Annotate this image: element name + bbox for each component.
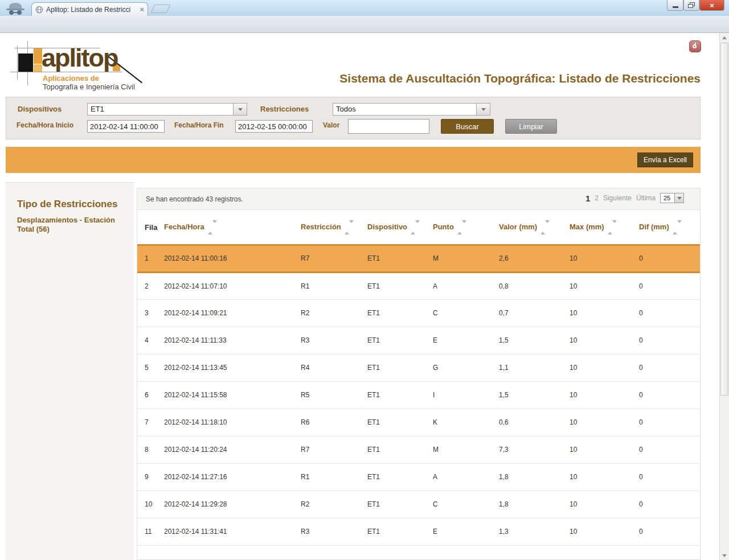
table-cell: ET1 — [363, 354, 429, 381]
incognito-icon — [5, 2, 26, 15]
results-table: Fila Fecha/Hora Restricción Dispositivo … — [137, 211, 700, 546]
table-cell: A — [429, 463, 495, 491]
tab-close-icon[interactable]: × — [140, 6, 144, 13]
table-row[interactable]: 22012-02-14 11:07:10R1ET1A0,8100 — [137, 272, 700, 299]
arrow-up-icon — [722, 36, 727, 39]
table-cell: 2012-02-14 11:31:41 — [160, 518, 297, 545]
table-cell: 10 — [566, 245, 635, 272]
sort-icon — [411, 223, 420, 232]
tab-favicon-globe-icon — [35, 6, 43, 14]
column-header-dif[interactable]: Dif (mm) — [635, 211, 700, 245]
pagination: 1 2 Siguiente Última 25 — [585, 193, 684, 203]
table-cell: 10 — [566, 381, 635, 409]
sidebar-heading: Tipo de Restricciones — [17, 199, 117, 210]
table-cell: 10 — [566, 354, 635, 381]
table-row[interactable]: 112012-02-14 11:31:41R3ET1E1,3100 — [137, 518, 700, 545]
table-cell: ET1 — [363, 463, 429, 491]
logo-tagline-2: Topografía e Ingeniería Civil — [43, 83, 135, 91]
dispositivos-select-arrow[interactable] — [234, 103, 247, 116]
logout-power-button[interactable] — [689, 40, 701, 52]
table-cell: 1,3 — [495, 518, 566, 545]
window-close-button[interactable]: × — [699, 0, 724, 11]
new-tab-button[interactable] — [151, 5, 171, 13]
pagination-next-link[interactable]: Siguiente — [603, 194, 632, 202]
table-cell: 2012-02-14 11:18:10 — [160, 409, 297, 436]
table-row[interactable]: 52012-02-14 11:13:45R4ET1G1,1100 — [137, 354, 700, 381]
table-cell: 8 — [137, 436, 160, 463]
table-cell: 2,6 — [495, 245, 566, 272]
table-row[interactable]: 62012-02-14 11:15:58R5ET1I1,5100 — [137, 381, 700, 409]
table-cell: R6 — [297, 409, 363, 436]
aplitop-logo[interactable]: aplitop Aplicaciones de Topografía e Ing… — [10, 41, 136, 94]
column-header-dispositivo[interactable]: Dispositivo — [363, 211, 429, 245]
column-header-valor[interactable]: Valor (mm) — [495, 211, 566, 245]
table-cell: 0 — [635, 272, 700, 299]
table-cell: M — [429, 245, 495, 272]
table-cell: 0,6 — [495, 409, 566, 436]
table-cell: 10 — [566, 518, 635, 545]
scroll-down-arrow[interactable] — [720, 551, 729, 560]
column-header-punto[interactable]: Punto — [429, 211, 495, 245]
table-row[interactable]: 92012-02-14 11:27:16R1ET1A1,8100 — [137, 463, 700, 491]
table-row[interactable]: 42012-02-14 11:11:33R3ET1E1,5100 — [137, 327, 700, 354]
sort-icon — [540, 223, 550, 232]
fecha-fin-input[interactable] — [235, 120, 313, 133]
table-row[interactable]: 72012-02-14 11:18:10R6ET1K0,6100 — [137, 409, 700, 436]
fecha-inicio-input[interactable] — [87, 120, 165, 133]
table-cell: ET1 — [363, 436, 429, 463]
table-cell: R1 — [297, 463, 363, 491]
buscar-button[interactable]: Buscar — [441, 119, 494, 134]
table-cell: I — [429, 381, 495, 409]
export-excel-button[interactable]: Envía a Excell — [637, 153, 693, 167]
restricciones-select-arrow[interactable] — [477, 103, 490, 116]
sidebar-item-desplazamientos[interactable]: Desplazamientos - Estación Total (56) — [17, 216, 120, 234]
pagination-page-2-link[interactable]: 2 — [595, 194, 599, 202]
table-cell: 9 — [137, 463, 160, 491]
scroll-up-arrow[interactable] — [720, 33, 729, 42]
action-bar: Envía a Excell — [6, 147, 701, 173]
table-cell: E — [429, 327, 495, 354]
table-cell: 10 — [566, 299, 635, 327]
table-cell: 2012-02-14 11:15:58 — [160, 381, 297, 409]
vertical-scrollbar[interactable] — [719, 33, 729, 560]
table-row[interactable]: 32012-02-14 11:09:21R2ET1C0,7100 — [137, 299, 700, 327]
sort-icon — [345, 223, 354, 232]
table-cell: 2012-02-14 11:09:21 — [160, 299, 297, 327]
results-summary: Se han encontrado 43 registros. — [146, 195, 243, 203]
window-restore-button[interactable] — [683, 0, 699, 11]
table-cell: 0 — [635, 354, 700, 381]
table-row[interactable]: 82012-02-14 11:20:24R7ET1M7,3100 — [137, 436, 700, 463]
close-icon: × — [710, 1, 714, 10]
table-cell: 2012-02-14 11:29:28 — [160, 491, 297, 518]
page-size-select[interactable]: 25 — [660, 193, 684, 203]
dispositivos-select[interactable]: ET1 — [87, 103, 234, 116]
table-cell: C — [429, 491, 495, 518]
table-cell: 0 — [635, 245, 700, 272]
sort-icon — [608, 223, 617, 232]
table-row[interactable]: 12012-02-14 11:00:16R7ET1M2,6100 — [137, 245, 700, 272]
table-cell: 10 — [566, 409, 635, 436]
table-cell: 0 — [635, 381, 700, 409]
column-header-restriccion[interactable]: Restricción — [297, 211, 363, 245]
table-cell: 0,7 — [495, 299, 566, 327]
column-header-max[interactable]: Max (mm) — [566, 211, 635, 245]
fecha-fin-label: Fecha/Hora Fin — [174, 121, 224, 129]
table-row[interactable]: 102012-02-14 11:29:28R2ET1C1,8100 — [137, 491, 700, 518]
table-cell: 2012-02-14 11:07:10 — [160, 272, 297, 299]
table-cell: R7 — [297, 245, 363, 272]
sort-icon — [457, 223, 466, 232]
pagination-last-link[interactable]: Última — [636, 194, 656, 202]
browser-tab[interactable]: Aplitop: Listado de Restricci × — [31, 2, 148, 16]
table-cell: 0 — [635, 409, 700, 436]
valor-input[interactable] — [348, 119, 429, 134]
table-cell: 2012-02-14 11:00:16 — [160, 245, 297, 272]
limpiar-button[interactable]: Limpiar — [505, 119, 557, 134]
sort-icon — [673, 223, 682, 232]
restricciones-select[interactable]: Todos — [333, 103, 477, 116]
table-cell: 0,8 — [495, 272, 566, 299]
scrollbar-thumb[interactable] — [720, 43, 728, 396]
column-header-fecha-hora[interactable]: Fecha/Hora — [160, 211, 297, 245]
sidebar: Tipo de Restricciones Desplazamientos - … — [6, 182, 134, 560]
window-minimize-button[interactable] — [667, 0, 683, 11]
results-panel: Se han encontrado 43 registros. 1 2 Sigu… — [137, 188, 701, 560]
